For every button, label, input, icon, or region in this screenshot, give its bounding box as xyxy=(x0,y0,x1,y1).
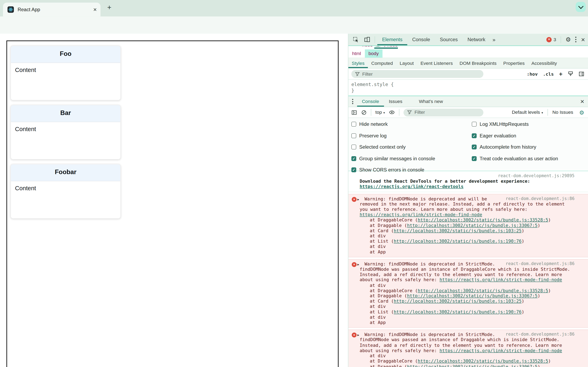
rendering-brush-icon[interactable] xyxy=(568,71,573,77)
inspect-element-icon[interactable] xyxy=(353,36,359,42)
warning-first-line: Warning: findDOMNode is deprecated in St… xyxy=(360,332,574,337)
card-header[interactable]: Foobar xyxy=(11,164,120,181)
console-sidebar-icon[interactable] xyxy=(351,109,357,115)
stack-link[interactable]: http://localhost:3002/static/js/bundle.j… xyxy=(418,217,548,223)
settings-gear-icon[interactable]: ⚙ xyxy=(566,36,571,42)
checkbox-checked[interactable]: ✓ xyxy=(472,145,477,150)
drawer-close-icon[interactable]: × xyxy=(580,98,584,105)
tab-close-icon[interactable]: × xyxy=(93,7,97,12)
drawer-menu-icon[interactable] xyxy=(352,99,354,104)
console-toolbar: top▾ Filter Default levels▾ No Issues ⚙ xyxy=(348,107,588,118)
breadcrumb-body[interactable]: body xyxy=(365,49,382,58)
live-expression-eye-icon[interactable] xyxy=(389,109,395,115)
checkbox-unchecked[interactable] xyxy=(472,122,477,127)
card-header[interactable]: Foo xyxy=(11,46,120,63)
checkbox-checked[interactable]: ✓ xyxy=(351,167,356,172)
cls-toggle[interactable]: .cls xyxy=(543,71,554,77)
console-settings-gear-icon[interactable]: ⚙ xyxy=(579,109,584,115)
checkbox-checked[interactable]: ✓ xyxy=(351,156,356,161)
console-setting[interactable]: Preserve log xyxy=(351,133,435,138)
stack-link[interactable]: http://localhost:3002/static/js/bundle.j… xyxy=(418,359,548,364)
console-setting[interactable]: ✓Show CORS errors in console xyxy=(351,167,435,173)
content-card[interactable]: FoobarContent xyxy=(10,164,121,218)
tab-computed[interactable]: Computed xyxy=(368,58,396,68)
log-levels-dropdown[interactable]: Default levels▾ xyxy=(512,110,543,115)
tab-layout[interactable]: Layout xyxy=(396,58,417,68)
content-card[interactable]: FooContent xyxy=(10,46,121,100)
issues-counter[interactable]: No Issues xyxy=(552,110,573,115)
stack-link[interactable]: http://localhost:3002/static/js/bundle.j… xyxy=(394,228,521,233)
stack-link[interactable]: http://localhost:3002/static/js/bundle.j… xyxy=(418,288,548,293)
warning-link[interactable]: https://reactjs.org/link/strict-mode-fin… xyxy=(440,348,562,353)
source-location[interactable]: react-dom.development.js:29895 xyxy=(360,173,574,179)
tab-properties[interactable]: Properties xyxy=(500,58,528,68)
stack-link[interactable]: http://localhost:3002/static/js/bundle.j… xyxy=(394,239,521,244)
breadcrumb-html[interactable]: html xyxy=(348,49,365,58)
styles-filter-input[interactable]: Filter xyxy=(351,70,484,78)
content-card[interactable]: BarContent xyxy=(10,105,121,159)
checkbox-checked[interactable]: ✓ xyxy=(472,133,477,138)
tab-sources[interactable]: Sources xyxy=(435,34,462,45)
tab-console[interactable]: Console xyxy=(407,34,435,45)
styles-tab-bar: Styles Computed Layout Event Listeners D… xyxy=(348,58,588,68)
console-settings-panel: Hide networkPreserve logSelected context… xyxy=(348,118,588,171)
checkbox-unchecked[interactable] xyxy=(351,133,356,138)
console-setting[interactable]: Log XMLHttpRequests xyxy=(472,121,558,127)
console-setting[interactable]: ✓Treat code evaluation as user action xyxy=(472,156,558,161)
new-tab-button[interactable]: + xyxy=(107,3,111,12)
card-header[interactable]: Bar xyxy=(11,105,120,122)
expand-triangle-icon[interactable]: ▶ xyxy=(357,333,359,338)
checkbox-unchecked[interactable] xyxy=(351,122,356,127)
browser-tab[interactable]: React App × xyxy=(3,3,101,17)
console-setting[interactable]: Hide network xyxy=(351,121,435,127)
tab-dom-breakpoints[interactable]: DOM Breakpoints xyxy=(456,58,500,68)
tab-search-button[interactable] xyxy=(576,2,586,12)
stack-link[interactable]: http://localhost:3002/static/js/bundle.j… xyxy=(407,293,537,299)
tab-drawer-console[interactable]: Console xyxy=(357,96,384,107)
warning-link[interactable]: https://reactjs.org/link/strict-mode-fin… xyxy=(360,212,482,217)
console-setting[interactable]: Selected context only xyxy=(351,144,435,150)
console-setting[interactable]: ✓Autocomplete from history xyxy=(472,144,558,150)
console-setting[interactable]: ✓Group similar messages in console xyxy=(351,156,435,161)
source-location[interactable]: react-dom.development.js:86 xyxy=(506,332,575,337)
checkbox-checked[interactable]: ✓ xyxy=(472,156,477,161)
checkbox-label: Preserve log xyxy=(359,133,387,138)
warning-text: findDOMNode was passed an instance of Dr… xyxy=(360,337,574,342)
tab-drawer-whats-new[interactable]: What's new xyxy=(414,96,448,107)
tab-strip: React App × + xyxy=(0,0,588,17)
dock-sidebar-icon[interactable] xyxy=(579,71,584,77)
source-location[interactable]: react-dom.development.js:86 xyxy=(506,196,575,201)
error-badge-icon[interactable]: × xyxy=(546,37,552,42)
devtools-menu-icon[interactable] xyxy=(575,37,577,42)
console-filter-input[interactable]: Filter xyxy=(404,108,484,117)
stack-link[interactable]: http://localhost:3002/static/js/bundle.j… xyxy=(407,364,537,367)
stack-link[interactable]: http://localhost:3002/static/js/bundle.j… xyxy=(394,299,521,304)
react-logo-icon xyxy=(8,6,14,13)
console-messages: react-dom.development.js:29895 Download … xyxy=(348,171,588,367)
more-tabs-icon[interactable]: » xyxy=(490,36,498,42)
devtools-close-icon[interactable]: × xyxy=(581,36,585,43)
expand-triangle-icon[interactable]: ▶ xyxy=(357,262,359,267)
devtools-link[interactable]: https://reactjs.org/link/react-devtools xyxy=(360,184,463,189)
expand-triangle-icon[interactable]: ▶ xyxy=(357,197,359,202)
tab-elements[interactable]: Elements xyxy=(377,34,407,45)
warning-link[interactable]: https://reactjs.org/link/strict-mode-fin… xyxy=(440,277,562,283)
tab-drawer-issues[interactable]: Issues xyxy=(384,96,407,107)
dom-ellipsis[interactable]: … xyxy=(374,46,381,48)
element-style-block[interactable]: element.style { } xyxy=(348,80,588,96)
checkbox-unchecked[interactable] xyxy=(351,145,356,150)
hov-toggle[interactable]: :hov xyxy=(527,71,537,77)
stack-link[interactable]: http://localhost:3002/static/js/bundle.j… xyxy=(407,223,537,228)
new-style-rule-button[interactable]: + xyxy=(559,71,562,77)
clear-console-icon[interactable] xyxy=(361,109,367,115)
tab-network[interactable]: Network xyxy=(463,34,490,45)
stack-line: at List (http://localhost:3002/static/js… xyxy=(360,309,574,315)
source-location[interactable]: react-dom.development.js:86 xyxy=(506,261,575,267)
tab-event-listeners[interactable]: Event Listeners xyxy=(417,58,456,68)
tab-accessibility[interactable]: Accessibility xyxy=(528,58,560,68)
context-selector[interactable]: top▾ xyxy=(375,110,385,115)
stack-link[interactable]: http://localhost:3002/static/js/bundle.j… xyxy=(394,309,521,315)
device-toolbar-icon[interactable] xyxy=(364,36,370,42)
tab-styles[interactable]: Styles xyxy=(348,58,368,68)
console-setting[interactable]: ✓Eager evaluation xyxy=(472,133,558,138)
